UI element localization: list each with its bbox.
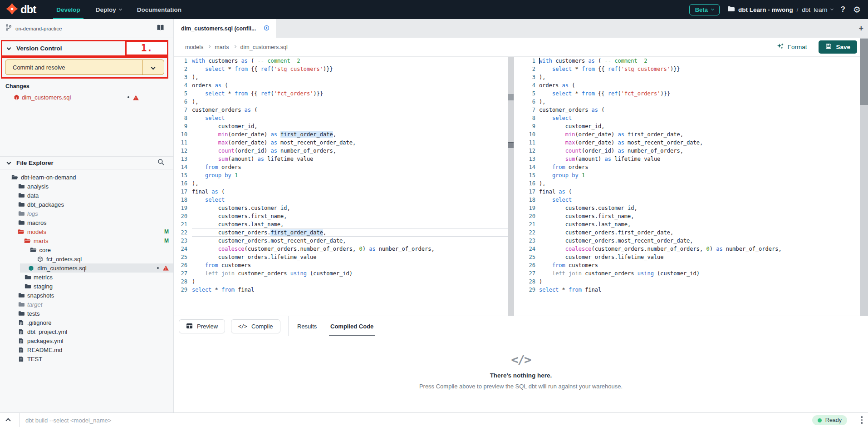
breadcrumb-item[interactable]: models (185, 44, 203, 50)
tree-item-fct-orders-sql[interactable]: fct_orders.sql (0, 254, 173, 263)
code-line-14[interactable]: 14 from orders (174, 163, 508, 171)
code-line-10[interactable]: 10 min(order_date) as first_order_date, (174, 130, 508, 139)
code-line-16[interactable]: 16), (174, 179, 508, 188)
code-line-22[interactable]: 22 customer_orders.first_order_date, (514, 228, 860, 237)
code-line-4[interactable]: 4orders as ( (514, 81, 860, 89)
code-line-15[interactable]: 15 group by 1 (174, 171, 508, 179)
tree-item-dim-customers-sql[interactable]: dim_customers.sql (0, 263, 173, 273)
code-line-18[interactable]: 18 select (514, 196, 860, 204)
code-line-2[interactable]: 2 select * from {{ ref('stg_customers')}… (174, 65, 508, 73)
tree-item-models[interactable]: modelsM (0, 227, 173, 236)
code-line-20[interactable]: 20 customers.first_name, (514, 212, 860, 220)
nav-link-develop[interactable]: Develop (49, 0, 88, 19)
code-line-1[interactable]: 1with customers as ( -- comment 2 (514, 57, 860, 65)
code-line-26[interactable]: 26 from customers (514, 261, 860, 269)
tree-item-packages-yml[interactable]: packages.yml (0, 336, 173, 345)
code-line-3[interactable]: 3), (514, 73, 860, 81)
tree-item-analysis[interactable]: analysis (0, 182, 173, 191)
tab-results[interactable]: Results (297, 316, 317, 336)
breadcrumb-item[interactable]: marts (215, 44, 229, 50)
tree-item-marts[interactable]: martsM (0, 236, 173, 245)
new-tab-plus-icon[interactable]: + (858, 19, 863, 38)
code-line-19[interactable]: 19 customers.customer_id, (174, 204, 508, 212)
code-line-28[interactable]: 28) (514, 278, 860, 286)
nav-link-deploy[interactable]: Deploy (88, 0, 129, 19)
editor-pane-left[interactable]: 1with customers as ( -- comment 22 selec… (174, 57, 508, 316)
code-line-28[interactable]: 28) (174, 278, 508, 286)
code-line-21[interactable]: 21 customers.last_name, (514, 220, 860, 228)
tree-item-dbt-packages[interactable]: dbt_packages (0, 200, 173, 209)
code-line-8[interactable]: 8 select (174, 114, 508, 122)
code-line-29[interactable]: 29select * from final (514, 286, 860, 294)
docs-book-icon[interactable] (157, 25, 164, 33)
editor-pane-right[interactable]: 1with customers as ( -- comment 22 selec… (514, 57, 860, 316)
changed-file-item[interactable]: dim_customers.sql (0, 92, 173, 103)
code-line-5[interactable]: 5 select * from {{ ref('fct_orders')}} (174, 89, 508, 98)
code-line-23[interactable]: 23 customer_orders.most_recent_order_dat… (174, 237, 508, 245)
help-icon[interactable]: ? (841, 5, 845, 14)
code-line-23[interactable]: 23 customer_orders.most_recent_order_dat… (514, 237, 860, 245)
code-line-13[interactable]: 13 sum(amount) as lifetime_value (514, 155, 860, 163)
code-line-25[interactable]: 25 customer_orders.lifetime_value (174, 253, 508, 261)
tree-item-tests[interactable]: tests (0, 309, 173, 318)
code-line-9[interactable]: 9 customer_id, (514, 122, 860, 130)
commit-dropdown-toggle[interactable] (142, 60, 164, 74)
tab-dim-customers[interactable]: dim_customers.sql (confli... (174, 19, 276, 38)
code-line-9[interactable]: 9 customer_id, (174, 122, 508, 130)
nav-link-documentation[interactable]: Documentation (129, 0, 189, 19)
format-button[interactable]: Format (777, 43, 807, 51)
editor-right-scrollbar[interactable] (860, 38, 868, 316)
tree-item-data[interactable]: data (0, 191, 173, 200)
code-line-4[interactable]: 4orders as ( (174, 81, 508, 89)
search-icon[interactable] (157, 159, 164, 167)
code-line-18[interactable]: 18 select (174, 196, 508, 204)
code-line-22[interactable]: 22 customer_orders.first_order_date, (174, 228, 508, 237)
code-line-12[interactable]: 12 count(order_id) as number_of_orders, (174, 147, 508, 155)
tree-item-readme-md[interactable]: README.md (0, 345, 173, 354)
code-line-26[interactable]: 26 from customers (174, 261, 508, 269)
scrollbar-thumb[interactable] (508, 94, 514, 100)
code-line-1[interactable]: 1with customers as ( -- comment 2 (174, 57, 508, 65)
file-explorer-header[interactable]: File Explorer (0, 156, 173, 169)
code-line-7[interactable]: 7customer_orders as ( (174, 106, 508, 114)
code-line-12[interactable]: 12 count(order_id) as number_of_orders, (514, 147, 860, 155)
code-line-17[interactable]: 17final as ( (174, 188, 508, 196)
scrollbar-thumb[interactable] (508, 142, 514, 148)
tree-item-test[interactable]: TEST (0, 354, 173, 363)
compile-button[interactable]: </> Compile (231, 319, 280, 333)
preview-button[interactable]: Preview (179, 319, 225, 333)
code-line-24[interactable]: 24 coalesce(customer_orders.number_of_or… (174, 245, 508, 253)
code-line-6[interactable]: 6), (174, 98, 508, 106)
tree-item-logs[interactable]: logs (0, 209, 173, 218)
code-line-17[interactable]: 17final as ( (514, 188, 860, 196)
code-line-13[interactable]: 13 sum(amount) as lifetime_value (174, 155, 508, 163)
code-line-10[interactable]: 10 min(order_date) as first_order_date, (514, 130, 860, 139)
save-button[interactable]: Save (819, 40, 857, 54)
tree-item--gitignore[interactable]: .gitignore (0, 318, 173, 327)
code-line-24[interactable]: 24 coalesce(customer_orders.number_of_or… (514, 245, 860, 253)
tree-item-dbt-learn-on-demand[interactable]: dbt-learn-on-demand (0, 173, 173, 182)
git-branch-row[interactable]: on-demand-practice (0, 19, 173, 38)
gear-icon[interactable]: ⚙ (853, 5, 861, 14)
code-line-21[interactable]: 21 customers.last_name, (174, 220, 508, 228)
tree-item-core[interactable]: core (0, 245, 173, 254)
commit-and-resolve-button[interactable]: Commit and resolve (5, 60, 164, 75)
code-line-16[interactable]: 16), (514, 179, 860, 188)
scrollbar-thumb[interactable] (860, 39, 868, 105)
editor-middle-scrollbar[interactable] (508, 57, 514, 316)
code-line-8[interactable]: 8 select (514, 114, 860, 122)
project-dropdown[interactable]: dbt_learn (802, 6, 833, 13)
tree-item-dbt-project-yml[interactable]: dbt_project.yml (0, 327, 173, 336)
code-line-20[interactable]: 20 customers.first_name, (174, 212, 508, 220)
code-line-5[interactable]: 5 select * from {{ ref('fct_orders')}} (514, 89, 860, 98)
tree-item-staging[interactable]: staging (0, 282, 173, 291)
code-line-27[interactable]: 27 left join customer_orders using (cust… (514, 269, 860, 278)
chevron-up-icon[interactable] (5, 418, 10, 423)
beta-dropdown[interactable]: Beta (689, 4, 720, 15)
tab-compiled-code[interactable]: Compiled Code (330, 316, 373, 336)
breadcrumb-item[interactable]: dim_customers.sql (240, 44, 288, 50)
code-line-7[interactable]: 7customer_orders as ( (514, 106, 860, 114)
tree-item-snapshots[interactable]: snapshots (0, 291, 173, 300)
code-line-11[interactable]: 11 max(order_date) as most_recent_order_… (514, 139, 860, 147)
code-line-19[interactable]: 19 customers.customer_id, (514, 204, 860, 212)
